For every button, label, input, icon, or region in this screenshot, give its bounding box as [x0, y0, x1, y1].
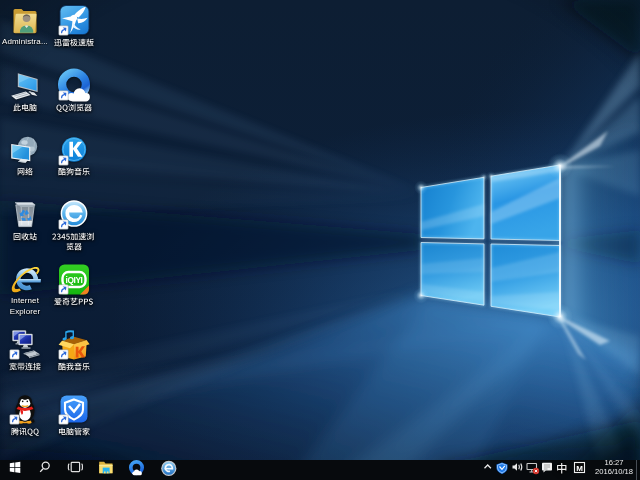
svg-text:iQIYI: iQIYI: [65, 275, 82, 285]
svg-text:M: M: [576, 464, 583, 473]
